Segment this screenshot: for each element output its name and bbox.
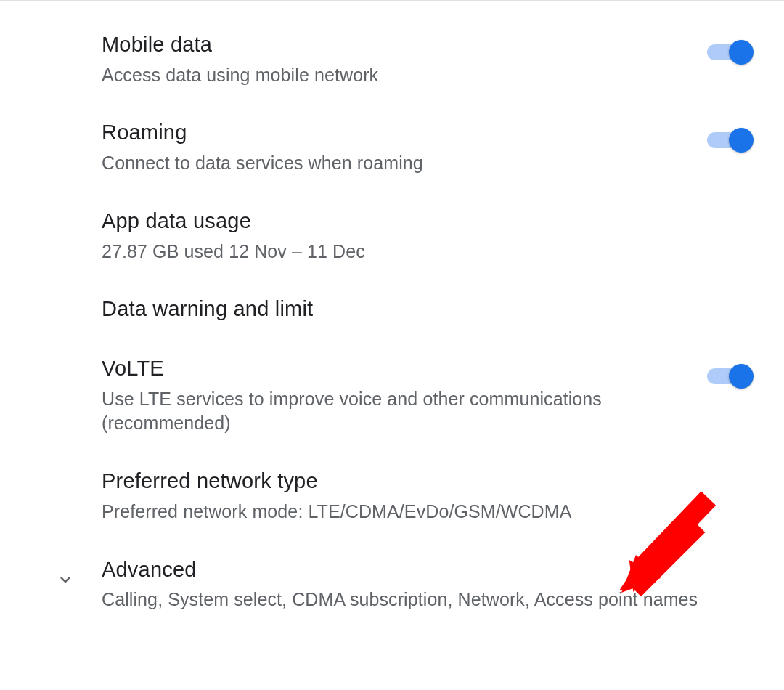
setting-content: Roaming Connect to data services when ro… xyxy=(102,119,707,175)
setting-title: Advanced xyxy=(102,556,732,584)
setting-mobile-data[interactable]: Mobile data Access data using mobile net… xyxy=(0,15,784,103)
setting-advanced[interactable]: Advanced Calling, System select, CDMA su… xyxy=(0,540,784,628)
setting-content: Data warning and limit xyxy=(102,296,754,323)
setting-data-warning-limit[interactable]: Data warning and limit xyxy=(0,280,784,339)
setting-content: Mobile data Access data using mobile net… xyxy=(102,31,707,87)
toggle-roaming[interactable] xyxy=(707,126,754,154)
setting-content: App data usage 27.87 GB used 12 Nov – 11… xyxy=(102,208,754,264)
setting-content: Advanced Calling, System select, CDMA su… xyxy=(102,556,754,612)
toggle-thumb xyxy=(729,40,754,65)
chevron-wrap xyxy=(29,556,102,590)
setting-subtitle: Connect to data services when roaming xyxy=(102,151,685,176)
setting-title: Data warning and limit xyxy=(102,296,732,323)
setting-title: Mobile data xyxy=(102,31,685,59)
toggle-volte[interactable] xyxy=(707,362,754,390)
setting-roaming[interactable]: Roaming Connect to data services when ro… xyxy=(0,103,784,191)
setting-title: Preferred network type xyxy=(102,468,732,495)
setting-title: App data usage xyxy=(102,208,732,235)
setting-content: VoLTE Use LTE services to improve voice … xyxy=(102,355,707,436)
toggle-thumb xyxy=(729,128,754,153)
setting-title: VoLTE xyxy=(102,355,685,383)
setting-subtitle: Preferred network mode: LTE/CDMA/EvDo/GS… xyxy=(102,500,732,524)
setting-subtitle: 27.87 GB used 12 Nov – 11 Dec xyxy=(102,240,732,264)
setting-volte[interactable]: VoLTE Use LTE services to improve voice … xyxy=(0,339,784,452)
setting-subtitle: Access data using mobile network xyxy=(102,63,685,88)
setting-app-data-usage[interactable]: App data usage 27.87 GB used 12 Nov – 11… xyxy=(0,192,784,280)
toggle-mobile-data[interactable] xyxy=(707,38,754,66)
setting-preferred-network-type[interactable]: Preferred network type Preferred network… xyxy=(0,452,784,540)
toggle-thumb xyxy=(729,364,754,389)
settings-list: Mobile data Access data using mobile net… xyxy=(0,1,784,628)
setting-subtitle: Calling, System select, CDMA subscriptio… xyxy=(102,588,732,612)
setting-title: Roaming xyxy=(102,119,685,147)
setting-content: Preferred network type Preferred network… xyxy=(102,468,754,524)
setting-subtitle: Use LTE services to improve voice and ot… xyxy=(102,387,685,437)
chevron-down-icon xyxy=(55,569,75,590)
